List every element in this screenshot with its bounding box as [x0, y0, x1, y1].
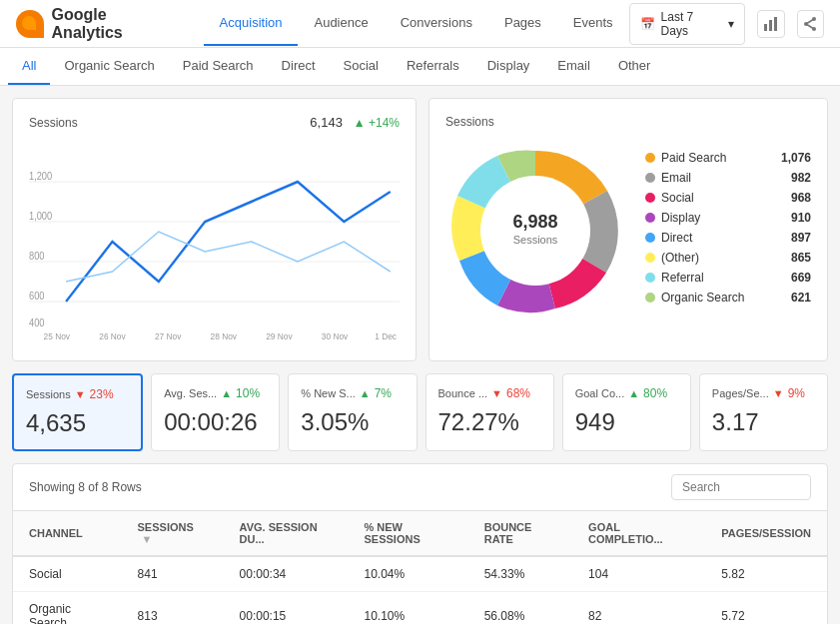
metric-pages-change-icon: ▼	[773, 387, 784, 399]
svg-line-6	[806, 19, 814, 24]
bar-chart-icon[interactable]	[757, 10, 784, 38]
metric-goal-change: 80%	[643, 386, 667, 400]
metric-goal-label: Goal Co...	[575, 387, 625, 399]
metric-pages-session[interactable]: Pages/Se... ▼ 9% 3.17	[699, 373, 828, 451]
legend-dot-organic-search	[645, 293, 655, 303]
nav-tab-audience[interactable]: Audience	[298, 1, 384, 46]
nav-tab-acquisition[interactable]: Acquisition	[204, 1, 299, 46]
svg-text:1 Dec: 1 Dec	[375, 331, 397, 341]
donut-chart-card: Sessions	[428, 98, 828, 361]
svg-text:26 Nov: 26 Nov	[99, 331, 126, 341]
table-row: Organic Search 813 00:00:15 10.10% 56.08…	[13, 592, 827, 625]
table-header-row: CHANNEL SESSIONS ▼ AVG. SESSION DU... % …	[13, 511, 827, 556]
legend-dot-email	[645, 173, 655, 183]
nav-tab-conversions[interactable]: Conversions	[385, 1, 488, 46]
table-section: Showing 8 of 8 Rows CHANNEL SESSIONS ▼ A…	[12, 463, 828, 624]
donut-chart-title: Sessions	[445, 115, 494, 129]
line-chart-stats: 6,143 ▲ +14%	[310, 115, 400, 130]
metric-bounce-change-icon: ▼	[491, 387, 502, 399]
legend-value-referral: 669	[791, 271, 811, 285]
metric-sessions-change: 23%	[90, 387, 114, 401]
legend-dot-display	[645, 213, 655, 223]
line-chart-svg: 1,200 1,000 800 600 400 25 Nov 26 Nov 27…	[29, 142, 400, 341]
legend-label-display: Display	[661, 211, 700, 225]
sub-nav-all[interactable]: All	[8, 48, 50, 85]
legend-label-other: (Other)	[661, 251, 699, 265]
metric-sessions[interactable]: Sessions ▼ 23% 4,635	[12, 373, 143, 451]
donut-svg: 6,988 Sessions	[445, 141, 625, 320]
cell-bounce-1: 56.08%	[468, 592, 572, 625]
svg-rect-0	[764, 24, 767, 31]
metrics-row: Sessions ▼ 23% 4,635 Avg. Ses... ▲ 10% 0…	[12, 373, 828, 451]
metric-sessions-change-icon: ▼	[75, 388, 86, 400]
legend-label-paid-search: Paid Search	[661, 151, 726, 165]
metric-bounce-label: Bounce ...	[438, 387, 488, 399]
sub-nav: All Organic Search Paid Search Direct So…	[0, 48, 840, 86]
line-chart-title: Sessions	[29, 116, 78, 130]
legend-email: Email 982	[645, 171, 811, 185]
metric-avg-change: 10%	[236, 386, 260, 400]
metric-sessions-value: 4,635	[26, 409, 129, 437]
metric-goal[interactable]: Goal Co... ▲ 80% 949	[562, 373, 691, 451]
sub-nav-social[interactable]: Social	[330, 48, 393, 85]
legend-paid-search: Paid Search 1,076	[645, 151, 811, 165]
legend-organic-search: Organic Search 621	[645, 291, 811, 305]
svg-text:Sessions: Sessions	[513, 234, 558, 246]
cell-channel-0[interactable]: Social	[13, 556, 122, 592]
table-row: Social 841 00:00:34 10.04% 54.33% 104 5.…	[13, 556, 827, 592]
sub-nav-direct[interactable]: Direct	[268, 48, 330, 85]
metric-bounce-rate[interactable]: Bounce ... ▼ 68% 72.27%	[425, 373, 554, 451]
sub-nav-display[interactable]: Display	[473, 48, 544, 85]
nav-tab-pages[interactable]: Pages	[488, 1, 557, 46]
app-title: Google Analytics	[52, 6, 180, 42]
date-range-label: Last 7 Days	[661, 10, 722, 38]
sub-nav-paid-search[interactable]: Paid Search	[169, 48, 268, 85]
search-input[interactable]	[671, 474, 811, 500]
sub-nav-email[interactable]: Email	[543, 48, 604, 85]
svg-text:25 Nov: 25 Nov	[44, 331, 71, 341]
share-icon[interactable]	[797, 10, 824, 38]
cell-channel-1[interactable]: Organic Search	[13, 592, 122, 625]
legend-label-social: Social	[661, 191, 694, 205]
svg-text:30 Nov: 30 Nov	[322, 331, 349, 341]
col-sessions[interactable]: SESSIONS ▼	[122, 511, 224, 556]
col-channel: CHANNEL	[13, 511, 122, 556]
data-table: CHANNEL SESSIONS ▼ AVG. SESSION DU... % …	[13, 511, 827, 624]
donut-section: 6,988 Sessions Paid Search 1,076	[445, 141, 811, 320]
legend-value-organic-search: 621	[791, 291, 811, 305]
donut-chart-container: 6,988 Sessions	[445, 141, 625, 320]
metric-new-sessions[interactable]: % New S... ▲ 7% 3.05%	[288, 373, 417, 451]
svg-rect-1	[769, 20, 772, 31]
line-chart-header: Sessions 6,143 ▲ +14%	[29, 115, 400, 130]
line-chart-card: Sessions 6,143 ▲ +14% 1,200 1,000	[12, 98, 417, 361]
svg-text:28 Nov: 28 Nov	[211, 331, 238, 341]
date-range-picker[interactable]: 📅 Last 7 Days ▾	[629, 3, 745, 45]
legend-value-paid-search: 1,076	[781, 151, 811, 165]
legend-value-other: 865	[791, 251, 811, 265]
nav-tab-events[interactable]: Events	[557, 1, 629, 46]
sub-nav-referrals[interactable]: Referrals	[393, 48, 473, 85]
legend-dot-social	[645, 193, 655, 203]
col-pct-new: % NEW SESSIONS	[349, 511, 468, 556]
legend-label-referral: Referral	[661, 271, 704, 285]
cell-pct-new-0: 10.04%	[349, 556, 468, 592]
metric-avg-session[interactable]: Avg. Ses... ▲ 10% 00:00:26	[151, 373, 280, 451]
sub-nav-other[interactable]: Other	[604, 48, 665, 85]
svg-text:27 Nov: 27 Nov	[155, 331, 182, 341]
legend-dot-paid-search	[645, 153, 655, 163]
legend-value-social: 968	[791, 191, 811, 205]
legend-referral: Referral 669	[645, 271, 811, 285]
sub-nav-organic-search[interactable]: Organic Search	[50, 48, 168, 85]
legend-dot-referral	[645, 273, 655, 283]
legend-value-direct: 897	[791, 231, 811, 245]
svg-text:800: 800	[29, 251, 44, 262]
metric-avg-value: 00:00:26	[164, 408, 267, 436]
cell-sessions-1: 813	[122, 592, 224, 625]
legend-dot-other	[645, 253, 655, 263]
cell-pages-1: 5.72	[705, 592, 827, 625]
charts-row: Sessions 6,143 ▲ +14% 1,200 1,000	[12, 98, 828, 361]
cell-bounce-0: 54.33%	[468, 556, 572, 592]
legend-dot-direct	[645, 233, 655, 243]
col-avg-session: AVG. SESSION DU...	[224, 511, 349, 556]
legend-direct: Direct 897	[645, 231, 811, 245]
